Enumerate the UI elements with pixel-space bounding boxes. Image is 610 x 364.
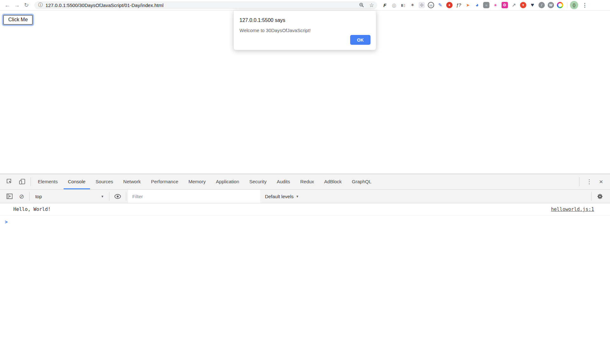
adblock-icon[interactable]: ✦ bbox=[446, 2, 453, 8]
url-bar[interactable]: ⓘ 127.0.0.1:5500/30DaysOfJavaScript/01-D… bbox=[34, 1, 377, 9]
wappalyzer-icon[interactable]: W bbox=[548, 2, 554, 8]
tab-application[interactable]: Application bbox=[211, 174, 244, 189]
alert-message: Welcome to 30DaysOfJavaScript! bbox=[239, 28, 370, 33]
toolbar-divider bbox=[567, 2, 567, 8]
browser-toolbar: ← → ↻ ⓘ 127.0.0.1:5500/30DaysOfJavaScrip… bbox=[0, 0, 610, 10]
devtools-tabbar: Elements Console Sources Network Perform… bbox=[0, 174, 610, 190]
profile-avatar[interactable]: {} bbox=[570, 1, 578, 9]
prompt-chevron-icon: > bbox=[5, 219, 8, 225]
console-toolbar: ⊘ top ▼ Default levels ▼ bbox=[0, 190, 610, 203]
tab-adblock[interactable]: AdBlock bbox=[319, 174, 347, 189]
swirl-icon[interactable]: ◕ bbox=[474, 2, 480, 8]
redux-devtools-icon[interactable]: ✴ bbox=[492, 2, 499, 8]
zoom-page-icon[interactable] bbox=[359, 3, 364, 8]
devtools-panel: Elements Console Sources Network Perform… bbox=[0, 174, 610, 364]
browser-menu-icon[interactable]: ⋮ bbox=[582, 2, 587, 9]
alert-dialog: 127.0.0.1:5500 says Welcome to 30DaysOfJ… bbox=[233, 11, 376, 50]
devtools-menu-icon[interactable]: ⋮ bbox=[583, 178, 596, 185]
forward-icon[interactable]: → bbox=[12, 2, 22, 9]
tab-network[interactable]: Network bbox=[118, 174, 146, 189]
toolbar-divider-3 bbox=[126, 192, 126, 201]
pink-gear-icon[interactable]: ❂ bbox=[502, 2, 508, 8]
bookmark-icon[interactable]: ▼ bbox=[520, 2, 526, 8]
tab-redux[interactable]: Redux bbox=[295, 174, 319, 189]
split-view-icon[interactable]: ▮▯ bbox=[400, 2, 406, 8]
tab-sources[interactable]: Sources bbox=[91, 174, 118, 189]
color-picker-icon[interactable]: ✎ bbox=[437, 2, 443, 8]
url-text[interactable]: 127.0.0.1:5500/30DaysOfJavaScript/01-Day… bbox=[45, 3, 163, 8]
console-sidebar-toggle-icon[interactable] bbox=[6, 193, 13, 200]
tab-console[interactable]: Console bbox=[63, 174, 91, 189]
console-message-row: Hello, World! helloworld.js:1 bbox=[0, 203, 610, 216]
bug-icon[interactable]: ✶ bbox=[409, 2, 416, 8]
context-selector[interactable]: top ▼ bbox=[31, 194, 107, 199]
tab-security[interactable]: Security bbox=[244, 174, 272, 189]
inspect-element-icon[interactable] bbox=[6, 178, 13, 185]
alert-ok-button[interactable]: OK bbox=[350, 35, 371, 45]
tab-audits[interactable]: Audits bbox=[272, 174, 295, 189]
clear-console-icon[interactable]: ⊘ bbox=[19, 193, 24, 200]
toolbar-right-divider bbox=[591, 192, 592, 201]
tabbar-divider bbox=[31, 177, 31, 186]
fonts-ninja-icon[interactable]: F bbox=[382, 2, 388, 8]
alert-title: 127.0.0.1:5500 says bbox=[239, 17, 370, 23]
filter-input[interactable] bbox=[128, 190, 260, 203]
click-me-button[interactable]: Click Me bbox=[3, 15, 33, 25]
json-viewer-icon[interactable]: (-) bbox=[428, 2, 434, 8]
site-info-icon[interactable]: ⓘ bbox=[38, 2, 43, 8]
color-wheel-icon[interactable] bbox=[557, 2, 563, 8]
devtools-close-icon[interactable]: × bbox=[597, 178, 605, 185]
fn-question-icon[interactable]: ƒ? bbox=[455, 2, 462, 8]
console-message-text: Hello, World! bbox=[13, 206, 51, 212]
device-toolbar-icon[interactable] bbox=[19, 178, 26, 185]
tab-graphql[interactable]: GraphQL bbox=[347, 174, 377, 189]
back-icon[interactable]: ← bbox=[3, 2, 12, 9]
reload-icon[interactable]: ↻ bbox=[22, 2, 31, 9]
tab-elements[interactable]: Elements bbox=[33, 174, 63, 189]
settings-gear-icon[interactable] bbox=[596, 193, 603, 200]
chevron-down-icon: ▼ bbox=[296, 195, 299, 198]
extensions-row: F ◎ ▮▯ ✶ ✣ (-) ✎ ✦ ƒ? ➤ ◕ ○ ✴ ❂ ↗ ▼ ♥ / … bbox=[382, 2, 563, 8]
console-source-link[interactable]: helloworld.js:1 bbox=[551, 206, 594, 212]
megaphone-icon[interactable]: ➤ bbox=[465, 2, 471, 8]
tabbar-right-divider bbox=[579, 177, 579, 186]
toolbar-divider-1 bbox=[29, 192, 30, 201]
bookmark-star-icon[interactable]: ☆ bbox=[369, 3, 374, 8]
console-prompt[interactable]: > bbox=[0, 216, 610, 228]
log-levels-selector[interactable]: Default levels ▼ bbox=[265, 194, 299, 199]
eye-icon[interactable] bbox=[114, 193, 121, 200]
lens-icon[interactable]: ◎ bbox=[391, 2, 397, 8]
react-devtools-icon[interactable]: ✣ bbox=[419, 2, 425, 8]
toolbar-divider-2 bbox=[109, 192, 109, 201]
context-selector-value: top bbox=[35, 194, 42, 199]
chevron-down-icon: ▼ bbox=[101, 195, 104, 198]
tag-assistant-icon[interactable]: ↗ bbox=[511, 2, 517, 8]
log-levels-label: Default levels bbox=[265, 194, 294, 199]
tab-memory[interactable]: Memory bbox=[184, 174, 211, 189]
heart-search-icon[interactable]: ♥ bbox=[529, 2, 536, 8]
loom-icon[interactable]: / bbox=[538, 2, 545, 8]
camera-icon[interactable]: ○ bbox=[483, 2, 489, 8]
tab-performance[interactable]: Performance bbox=[146, 174, 184, 189]
